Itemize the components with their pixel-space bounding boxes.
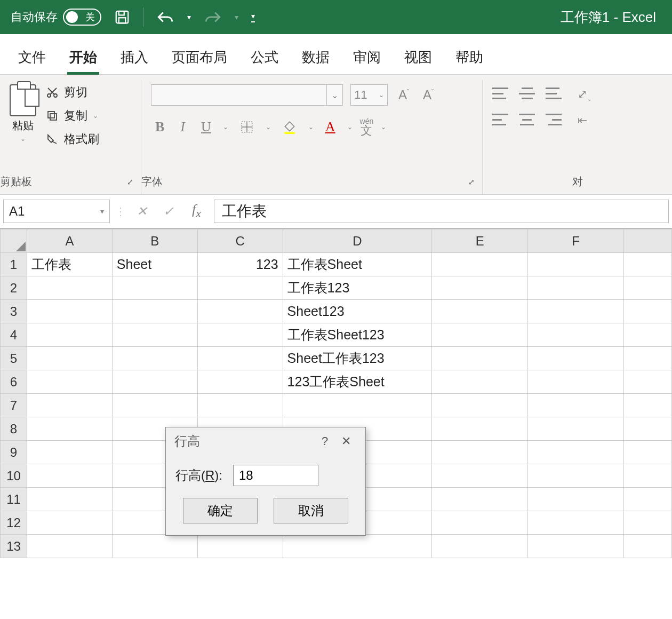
align-center-button[interactable] — [519, 114, 535, 125]
cell[interactable]: 工作表123 — [283, 276, 432, 300]
underline-button[interactable]: U — [197, 119, 215, 135]
align-top-button[interactable] — [492, 88, 508, 99]
qat-customize[interactable]: ▾ — [251, 12, 255, 22]
row-header[interactable]: 5 — [1, 347, 27, 370]
cell[interactable] — [27, 394, 112, 417]
chevron-down-icon[interactable]: ▾ — [100, 207, 104, 216]
toggle-switch[interactable]: 关 — [63, 9, 101, 26]
phonetic-button[interactable]: wén 文 — [360, 117, 374, 137]
fill-dropdown[interactable]: ⌄ — [308, 123, 314, 131]
save-icon[interactable] — [114, 9, 130, 25]
cell[interactable] — [432, 300, 528, 323]
cell[interactable] — [432, 417, 528, 441]
cell[interactable] — [197, 300, 283, 323]
font-color-dropdown[interactable]: ⌄ — [347, 123, 353, 131]
cell[interactable] — [624, 464, 672, 488]
tab-file[interactable]: 文件 — [16, 45, 48, 74]
align-right-button[interactable] — [546, 114, 562, 125]
col-header-A[interactable]: A — [27, 229, 112, 253]
cell[interactable] — [27, 417, 112, 441]
cell[interactable] — [197, 276, 283, 300]
help-icon[interactable]: ? — [314, 434, 335, 448]
tab-home[interactable]: 开始 — [67, 45, 99, 75]
cell[interactable] — [27, 441, 112, 464]
cell[interactable] — [27, 535, 112, 558]
cancel-formula-button[interactable]: ✕ — [131, 204, 153, 219]
cell[interactable] — [27, 511, 112, 535]
cell[interactable] — [624, 276, 672, 300]
col-header-F[interactable]: F — [528, 229, 624, 253]
cell[interactable] — [528, 253, 624, 276]
cell[interactable] — [432, 276, 528, 300]
row-height-input[interactable] — [233, 465, 318, 486]
cell[interactable] — [624, 323, 672, 347]
cell[interactable] — [112, 535, 197, 558]
align-middle-button[interactable] — [519, 88, 535, 99]
cell[interactable] — [112, 370, 197, 394]
row-header[interactable]: 13 — [1, 535, 27, 558]
cell[interactable] — [112, 276, 197, 300]
border-button[interactable] — [236, 120, 258, 134]
cell[interactable] — [27, 300, 112, 323]
cell[interactable]: 工作表Sheet — [283, 253, 432, 276]
cell[interactable] — [528, 535, 624, 558]
cell[interactable] — [27, 488, 112, 511]
cell[interactable]: Sheet123 — [283, 300, 432, 323]
col-header-D[interactable]: D — [283, 229, 432, 253]
font-family-select[interactable]: ⌄ — [151, 84, 343, 106]
cell[interactable] — [624, 300, 672, 323]
cell[interactable] — [283, 394, 432, 417]
cell[interactable] — [283, 535, 432, 558]
cell[interactable] — [197, 535, 283, 558]
underline-dropdown[interactable]: ⌄ — [223, 123, 228, 131]
cell[interactable] — [197, 323, 283, 347]
fx-button[interactable]: fx — [185, 202, 209, 220]
formula-input[interactable]: 工作表 — [214, 200, 669, 223]
tab-help[interactable]: 帮助 — [453, 45, 485, 74]
cell[interactable] — [432, 323, 528, 347]
col-header-C[interactable]: C — [197, 229, 283, 253]
cell[interactable] — [432, 370, 528, 394]
cell[interactable]: 123 — [197, 253, 283, 276]
cell[interactable] — [528, 323, 624, 347]
cell[interactable] — [432, 511, 528, 535]
col-header-E[interactable]: E — [432, 229, 528, 253]
bold-button[interactable]: B — [151, 119, 169, 135]
cell[interactable] — [432, 253, 528, 276]
cell[interactable] — [528, 300, 624, 323]
row-header[interactable]: 12 — [1, 511, 27, 535]
font-expand-icon[interactable]: ⤢ — [468, 178, 482, 186]
cell[interactable] — [624, 417, 672, 441]
autosave-toggle[interactable]: 自动保存 关 — [11, 9, 101, 26]
cell[interactable] — [528, 488, 624, 511]
fill-color-button[interactable] — [278, 120, 301, 134]
enter-formula-button[interactable]: ✓ — [158, 204, 179, 219]
font-color-button[interactable]: A — [321, 119, 340, 135]
cell[interactable]: Sheet工作表123 — [283, 347, 432, 370]
cell[interactable] — [528, 464, 624, 488]
cell[interactable] — [624, 253, 672, 276]
cell[interactable] — [624, 370, 672, 394]
cell[interactable] — [197, 394, 283, 417]
cell[interactable] — [624, 511, 672, 535]
row-header[interactable]: 7 — [1, 394, 27, 417]
format-painter-button[interactable]: 格式刷 — [46, 131, 99, 147]
cell[interactable] — [624, 535, 672, 558]
row-header[interactable]: 11 — [1, 488, 27, 511]
cell[interactable]: Sheet — [112, 253, 197, 276]
cell[interactable] — [624, 394, 672, 417]
cell[interactable] — [432, 488, 528, 511]
tab-insert[interactable]: 插入 — [118, 45, 150, 74]
tab-data[interactable]: 数据 — [300, 45, 332, 74]
row-header[interactable]: 8 — [1, 417, 27, 441]
cell[interactable] — [528, 394, 624, 417]
cell[interactable] — [27, 276, 112, 300]
redo-icon[interactable] — [204, 9, 222, 25]
cell[interactable] — [528, 441, 624, 464]
row-header[interactable]: 10 — [1, 464, 27, 488]
paste-button[interactable]: 粘贴 ⌄ — [10, 84, 36, 142]
cell[interactable] — [624, 347, 672, 370]
paste-dropdown[interactable]: ⌄ — [20, 135, 26, 142]
row-header[interactable]: 3 — [1, 300, 27, 323]
cell[interactable] — [528, 347, 624, 370]
